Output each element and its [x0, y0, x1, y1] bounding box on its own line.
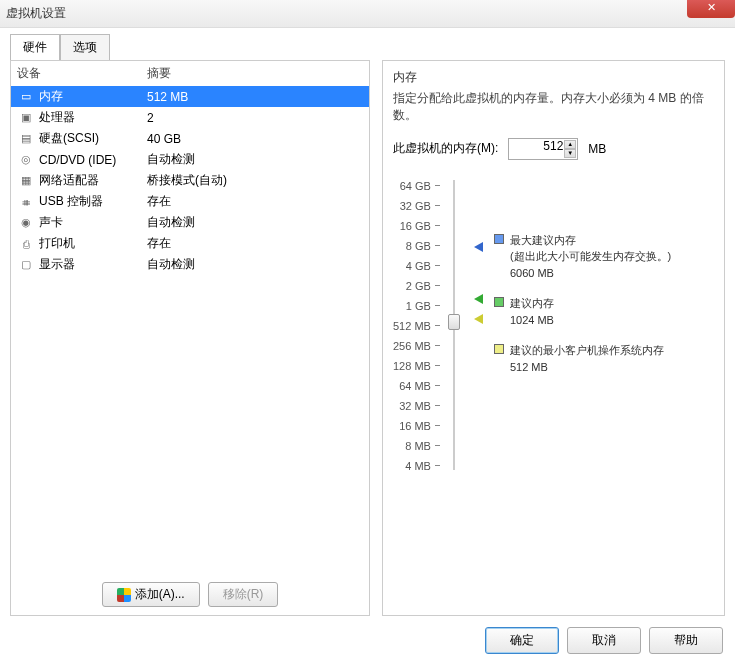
tick-label: 512 MB	[393, 316, 440, 336]
scale-markers	[474, 176, 494, 476]
remove-button[interactable]: 移除(R)	[208, 582, 279, 607]
device-summary: 自动检测	[147, 256, 195, 273]
device-icon: ▦	[17, 173, 35, 189]
close-button[interactable]: ✕	[687, 0, 735, 18]
tick-label: 128 MB	[393, 356, 440, 376]
memory-panel: 内存 指定分配给此虚拟机的内存量。内存大小必须为 4 MB 的倍数。 此虚拟机的…	[382, 60, 725, 616]
hardware-row[interactable]: ▦网络适配器桥接模式(自动)	[11, 170, 369, 191]
legend-min-value: 512 MB	[510, 359, 664, 376]
device-summary: 40 GB	[147, 132, 181, 146]
device-icon: ◎	[17, 152, 35, 168]
scale-ticks: 64 GB32 GB16 GB8 GB4 GB2 GB1 GB512 MB256…	[393, 176, 440, 476]
device-name: 打印机	[39, 235, 147, 252]
dialog-footer: 确定 取消 帮助	[485, 627, 723, 654]
hardware-row[interactable]: ▢显示器自动检测	[11, 254, 369, 275]
marker-max-icon	[474, 242, 483, 252]
shield-icon	[117, 588, 131, 602]
add-button[interactable]: 添加(A)...	[102, 582, 200, 607]
hardware-list: ▭内存512 MB▣处理器2▤硬盘(SCSI)40 GB◎CD/DVD (IDE…	[11, 86, 369, 574]
titlebar: 虚拟机设置 ✕	[0, 0, 735, 28]
slider-thumb[interactable]	[448, 314, 460, 330]
memory-unit: MB	[588, 142, 606, 156]
legend-min-title: 建议的最小客户机操作系统内存	[510, 342, 664, 359]
legend-max-title: 最大建议内存	[510, 232, 671, 249]
hardware-panel: 设备 摘要 ▭内存512 MB▣处理器2▤硬盘(SCSI)40 GB◎CD/DV…	[10, 60, 370, 616]
memory-scale: 64 GB32 GB16 GB8 GB4 GB2 GB1 GB512 MB256…	[393, 176, 714, 476]
device-summary: 桥接模式(自动)	[147, 172, 227, 189]
device-name: 硬盘(SCSI)	[39, 130, 147, 147]
device-icon: ▣	[17, 110, 35, 126]
legend-recommended-value: 1024 MB	[510, 312, 554, 329]
device-icon: ▢	[17, 257, 35, 273]
device-summary: 自动检测	[147, 151, 195, 168]
memory-input-row: 此虚拟机的内存(M): 512 ▲▼ MB	[393, 138, 714, 160]
device-name: 处理器	[39, 109, 147, 126]
legend-max-value: 6060 MB	[510, 265, 671, 282]
device-icon: ▭	[17, 89, 35, 105]
header-summary: 摘要	[147, 65, 171, 82]
device-summary: 存在	[147, 193, 171, 210]
legend-max-note: (超出此大小可能发生内存交换。)	[510, 248, 671, 265]
hardware-row[interactable]: ◉声卡自动检测	[11, 212, 369, 233]
device-name: 声卡	[39, 214, 147, 231]
device-icon: ▤	[17, 131, 35, 147]
tick-label: 64 MB	[399, 376, 440, 396]
hardware-row[interactable]: ▣处理器2	[11, 107, 369, 128]
help-button[interactable]: 帮助	[649, 627, 723, 654]
memory-description: 指定分配给此虚拟机的内存量。内存大小必须为 4 MB 的倍数。	[393, 90, 714, 124]
device-name: 显示器	[39, 256, 147, 273]
marker-recommended-icon	[474, 294, 483, 304]
cancel-button[interactable]: 取消	[567, 627, 641, 654]
tick-label: 8 GB	[406, 236, 440, 256]
memory-value: 512	[543, 139, 563, 153]
legend-max-swatch-icon	[494, 234, 504, 244]
spinner-down-icon[interactable]: ▼	[564, 149, 576, 158]
memory-input[interactable]: 512 ▲▼	[508, 138, 578, 160]
hardware-list-header: 设备 摘要	[11, 61, 369, 86]
device-name: 网络适配器	[39, 172, 147, 189]
hardware-row[interactable]: ⩩USB 控制器存在	[11, 191, 369, 212]
hardware-row[interactable]: ▤硬盘(SCSI)40 GB	[11, 128, 369, 149]
memory-label: 此虚拟机的内存(M):	[393, 140, 498, 157]
spinner-up-icon[interactable]: ▲	[564, 140, 576, 149]
legend-min-swatch-icon	[494, 344, 504, 354]
tick-label: 32 GB	[400, 196, 440, 216]
tick-label: 16 GB	[400, 216, 440, 236]
hardware-row[interactable]: ▭内存512 MB	[11, 86, 369, 107]
tick-label: 4 MB	[405, 456, 440, 476]
tab-hardware[interactable]: 硬件	[10, 34, 60, 60]
hardware-row[interactable]: ⎙打印机存在	[11, 233, 369, 254]
device-name: 内存	[39, 88, 147, 105]
tick-label: 2 GB	[406, 276, 440, 296]
tick-label: 32 MB	[399, 396, 440, 416]
tick-label: 4 GB	[406, 256, 440, 276]
device-name: USB 控制器	[39, 193, 147, 210]
legend-recommended: 建议内存 1024 MB	[494, 295, 714, 328]
legend-recommended-swatch-icon	[494, 297, 504, 307]
tabs: 硬件 选项	[10, 34, 735, 60]
legend-max: 最大建议内存 (超出此大小可能发生内存交换。) 6060 MB	[494, 232, 714, 282]
window-title: 虚拟机设置	[6, 5, 66, 22]
marker-min-icon	[474, 314, 483, 324]
device-summary: 自动检测	[147, 214, 195, 231]
memory-legend: 最大建议内存 (超出此大小可能发生内存交换。) 6060 MB 建议内存 102…	[494, 176, 714, 476]
memory-slider[interactable]	[446, 176, 462, 476]
device-summary: 2	[147, 111, 154, 125]
device-icon: ⩩	[17, 194, 35, 210]
device-icon: ⎙	[17, 236, 35, 252]
memory-section-title: 内存	[393, 69, 714, 86]
legend-min: 建议的最小客户机操作系统内存 512 MB	[494, 342, 714, 375]
close-icon: ✕	[707, 1, 716, 14]
hardware-buttons: 添加(A)... 移除(R)	[11, 574, 369, 615]
ok-button[interactable]: 确定	[485, 627, 559, 654]
tick-label: 8 MB	[405, 436, 440, 456]
hardware-row[interactable]: ◎CD/DVD (IDE)自动检测	[11, 149, 369, 170]
content: 设备 摘要 ▭内存512 MB▣处理器2▤硬盘(SCSI)40 GB◎CD/DV…	[0, 60, 735, 626]
device-summary: 512 MB	[147, 90, 188, 104]
device-summary: 存在	[147, 235, 171, 252]
device-icon: ◉	[17, 215, 35, 231]
header-device: 设备	[17, 65, 147, 82]
tick-label: 1 GB	[406, 296, 440, 316]
tab-options[interactable]: 选项	[60, 34, 110, 60]
memory-spinner[interactable]: ▲▼	[564, 140, 576, 158]
